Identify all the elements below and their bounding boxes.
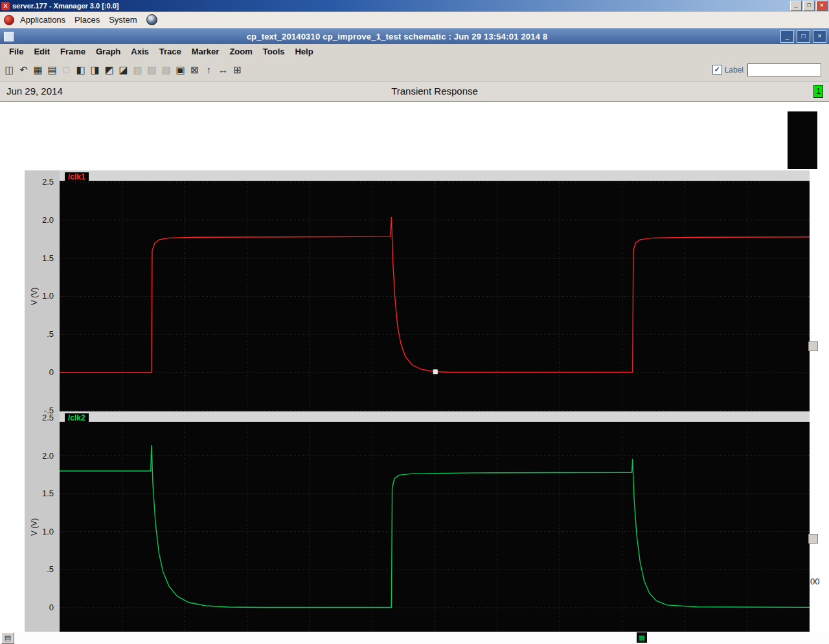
menubar: File Edit Frame Graph Axis Trace Marker … [0, 44, 829, 58]
xmanager-logo-icon: X [1, 2, 10, 10]
desktop-panel: Applications Places System [0, 12, 829, 29]
window-close-button[interactable]: × [813, 30, 826, 43]
places-menu[interactable]: Places [70, 13, 104, 27]
clk2-y-axis-label: V (V) [30, 507, 40, 546]
y-axis-tick-label: 1.5 [25, 489, 57, 498]
menu-help[interactable]: Help [290, 45, 318, 58]
pan-up-icon[interactable]: ↑ [202, 63, 216, 76]
tile-window-icon[interactable]: ◪ [117, 63, 130, 76]
signal-strip-clk2: /clk2 [60, 411, 810, 422]
clipped-x-axis-label: 00 [810, 577, 819, 586]
label-checkbox[interactable]: ✓ [712, 65, 722, 75]
select-region-icon[interactable]: ▣ [174, 63, 187, 76]
signal-strip-clk1: /clk1 [60, 170, 810, 181]
menu-axis[interactable]: Axis [126, 45, 153, 58]
print-icon[interactable]: ◫ [3, 63, 16, 76]
y-axis-gutter [25, 170, 60, 632]
y-axis-tick-label: 2.0 [25, 215, 57, 225]
browser-launcher-icon[interactable] [146, 14, 157, 25]
graph-title: Transient Response [60, 86, 810, 97]
applications-menu[interactable]: Applications [16, 13, 70, 27]
graph-date: Jun 29, 2014 [6, 86, 63, 97]
placeholder-icon: □ [60, 63, 73, 76]
strip-mode-icon[interactable]: ▤ [45, 63, 59, 76]
pan-horizontal-icon[interactable]: ↔ [216, 63, 230, 76]
label-controls: ✓ Label [712, 63, 821, 76]
graph-header: Jun 29, 2014 Transient Response 1 [0, 82, 829, 102]
app-titlebar[interactable]: cp_text_20140310 cp_improve_1_test schem… [0, 29, 829, 44]
menu-tools[interactable]: Tools [258, 45, 290, 58]
bottom-left-icon[interactable]: ▤ [1, 632, 14, 644]
overlay-window-icon[interactable]: ◨ [88, 63, 102, 76]
signal-label-clk1[interactable]: /clk1 [65, 172, 89, 181]
y-axis-tick-label: 0 [25, 367, 57, 377]
clk1-waveform-plot[interactable] [60, 181, 810, 411]
desktop-screen: X server.177 - Xmanager 3.0 [:0.0] _ □ ×… [0, 0, 829, 644]
clk1-y-axis-label: V (V) [30, 277, 40, 316]
grid-mode-icon[interactable]: ▦ [31, 63, 45, 76]
pattern-alt-icon: ▧ [159, 63, 173, 76]
xmanager-close-button[interactable]: × [816, 1, 828, 11]
y-axis-tick-label: 2.5 [25, 177, 57, 187]
undo-icon[interactable]: ↶ [17, 63, 30, 76]
clipped-plot-fragment [788, 111, 817, 169]
menu-frame[interactable]: Frame [55, 45, 91, 58]
right-scrollbar-thumb-upper[interactable] [808, 341, 818, 351]
bottom-bar: ▤ ▦ [0, 632, 829, 644]
cascade-window-icon[interactable]: ◩ [102, 63, 116, 76]
window-title: cp_text_20140310 cp_improve_1_test schem… [14, 32, 780, 41]
menu-trace[interactable]: Trace [154, 45, 187, 58]
xmanager-titlebar[interactable]: X server.177 - Xmanager 3.0 [:0.0] _ □ × [0, 0, 829, 12]
applications-menu-icon [4, 15, 14, 25]
system-menu[interactable]: System [104, 13, 141, 27]
xmanager-title: server.177 - Xmanager 3.0 [:0.0] [12, 2, 789, 10]
y-axis-tick-label: 0 [25, 603, 57, 612]
y-axis-tick-label: 2.5 [25, 413, 57, 422]
new-subwindow-icon[interactable]: ◧ [74, 63, 87, 76]
menu-marker[interactable]: Marker [187, 45, 225, 58]
xmanager-minimize-button[interactable]: _ [790, 1, 802, 11]
signal-label-clk2[interactable]: /clk2 [65, 413, 89, 422]
menu-file[interactable]: File [4, 45, 28, 58]
minimized-graph-icon[interactable]: ▦ [637, 632, 647, 643]
y-axis-tick-label: .5 [25, 564, 57, 574]
toolbar: ◫ ↶ ▦ ▤ □ ◧ ◨ ◩ ◪ ▥ ▨ ▧ ▣ ⊠ ↑ ↔ ⊞ ✓ Labe… [0, 58, 829, 82]
zoom-fit-icon[interactable]: ⊞ [231, 63, 244, 76]
subwindow-number-badge: 1 [813, 85, 823, 98]
split-view-icon: ▥ [131, 63, 144, 76]
label-input[interactable] [747, 63, 821, 76]
window-maximize-button[interactable]: □ [797, 30, 810, 43]
zoom-region-icon[interactable]: ⊠ [188, 63, 201, 76]
clk2-waveform-plot[interactable] [60, 422, 810, 632]
window-minimize-button[interactable]: _ [780, 30, 794, 43]
menu-graph[interactable]: Graph [91, 45, 126, 58]
pattern-fill-icon: ▨ [145, 63, 159, 76]
menu-zoom[interactable]: Zoom [224, 45, 257, 58]
y-axis-tick-label: 1.5 [25, 253, 57, 263]
y-axis-tick-label: .5 [25, 329, 57, 339]
right-scrollbar-thumb-lower[interactable] [808, 534, 818, 544]
label-checkbox-text: Label [725, 65, 744, 75]
window-menu-icon[interactable] [4, 32, 14, 41]
menu-edit[interactable]: Edit [28, 45, 55, 58]
xmanager-restore-button[interactable]: □ [803, 1, 815, 11]
y-axis-tick-label: 2.0 [25, 451, 57, 461]
